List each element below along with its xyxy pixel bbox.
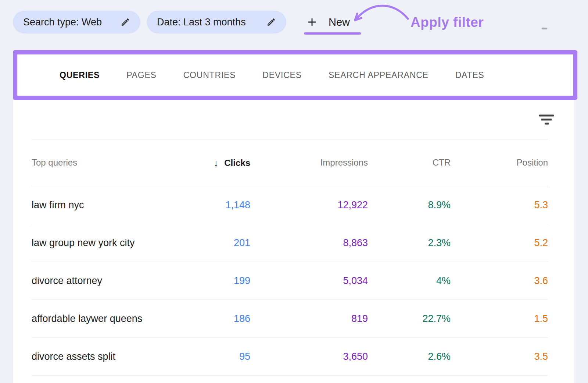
search-type-chip-label: Search type: Web — [23, 17, 102, 28]
table-toolbar — [13, 100, 574, 139]
tab-search-appearance[interactable]: SEARCH APPEARANCE — [329, 70, 429, 80]
clicks-cell: 186 — [197, 300, 250, 338]
query-cell[interactable]: affordable laywer queens — [32, 300, 197, 338]
search-type-chip[interactable]: Search type: Web — [13, 11, 140, 33]
clicks-cell: 201 — [197, 224, 250, 262]
filter-funnel-icon[interactable] — [537, 113, 556, 127]
table-row[interactable]: divorce attorney 199 5,034 4% 3.6 — [32, 262, 548, 300]
impressions-cell: 5,034 — [250, 262, 368, 300]
clicks-cell: 1,148 — [197, 186, 250, 224]
column-header-position[interactable]: Position — [451, 139, 548, 186]
table-row[interactable]: law group new york city 201 8,863 2.3% 5… — [32, 224, 548, 262]
tab-dates[interactable]: DATES — [455, 70, 484, 80]
new-filter-button-label: New — [329, 16, 350, 28]
date-filter-chip[interactable]: Date: Last 3 months — [147, 11, 286, 33]
column-header-top-queries[interactable]: Top queries — [32, 139, 197, 186]
table-row[interactable]: law firm nyc 1,148 12,922 8.9% 5.3 — [32, 186, 548, 224]
query-cell[interactable]: divorce attorney — [32, 262, 197, 300]
edit-pencil-icon[interactable] — [121, 17, 130, 27]
ctr-cell: 8.9% — [368, 186, 451, 224]
column-header-impressions[interactable]: Impressions — [250, 139, 368, 186]
ctr-cell: 2.3% — [368, 224, 451, 262]
new-filter-button[interactable]: New — [306, 11, 350, 33]
plus-icon — [306, 16, 318, 28]
annotation-arrow-icon — [349, 1, 410, 26]
position-cell: 5.2 — [451, 224, 548, 262]
date-filter-chip-label: Date: Last 3 months — [157, 17, 246, 28]
position-cell: 3.5 — [451, 338, 548, 376]
tab-pages[interactable]: PAGES — [126, 70, 157, 80]
clicks-cell: 199 — [197, 262, 250, 300]
position-cell: 5.3 — [451, 186, 548, 224]
column-header-clicks[interactable]: ↓Clicks — [197, 139, 250, 186]
impressions-cell: 8,863 — [250, 224, 368, 262]
ctr-cell: 22.7% — [368, 300, 451, 338]
table-row[interactable]: divorce assets split 95 3,650 2.6% 3.5 — [32, 338, 548, 376]
truncated-element-dash — [542, 28, 547, 29]
tab-countries[interactable]: COUNTRIES — [183, 70, 236, 80]
sort-descending-icon: ↓ — [214, 157, 218, 169]
edit-pencil-icon[interactable] — [266, 17, 276, 27]
query-cell[interactable]: law firm nyc — [32, 186, 197, 224]
impressions-cell: 819 — [250, 300, 368, 338]
column-header-ctr[interactable]: CTR — [368, 139, 451, 186]
position-cell: 3.6 — [451, 262, 548, 300]
report-card: QUERIES PAGES COUNTRIES DEVICES SEARCH A… — [13, 50, 574, 383]
dimension-tab-bar: QUERIES PAGES COUNTRIES DEVICES SEARCH A… — [13, 50, 574, 100]
annotation-underline — [304, 32, 361, 35]
position-cell: 1.5 — [451, 300, 548, 338]
ctr-cell: 4% — [368, 262, 451, 300]
ctr-cell: 2.6% — [368, 338, 451, 376]
table-row[interactable]: affordable laywer queens 186 819 22.7% 1… — [32, 300, 548, 338]
tab-queries[interactable]: QUERIES — [60, 70, 100, 80]
impressions-cell: 12,922 — [250, 186, 368, 224]
queries-table: Top queries ↓Clicks Impressions CTR Posi… — [32, 139, 548, 376]
query-cell[interactable]: law group new york city — [32, 224, 197, 262]
clicks-cell: 95 — [197, 338, 250, 376]
query-cell[interactable]: divorce assets split — [32, 338, 197, 376]
apply-filter-annotation-label: Apply filter — [410, 15, 484, 30]
impressions-cell: 3,650 — [250, 338, 368, 376]
table-header-row: Top queries ↓Clicks Impressions CTR Posi… — [32, 139, 548, 186]
tab-devices[interactable]: DEVICES — [262, 70, 302, 80]
